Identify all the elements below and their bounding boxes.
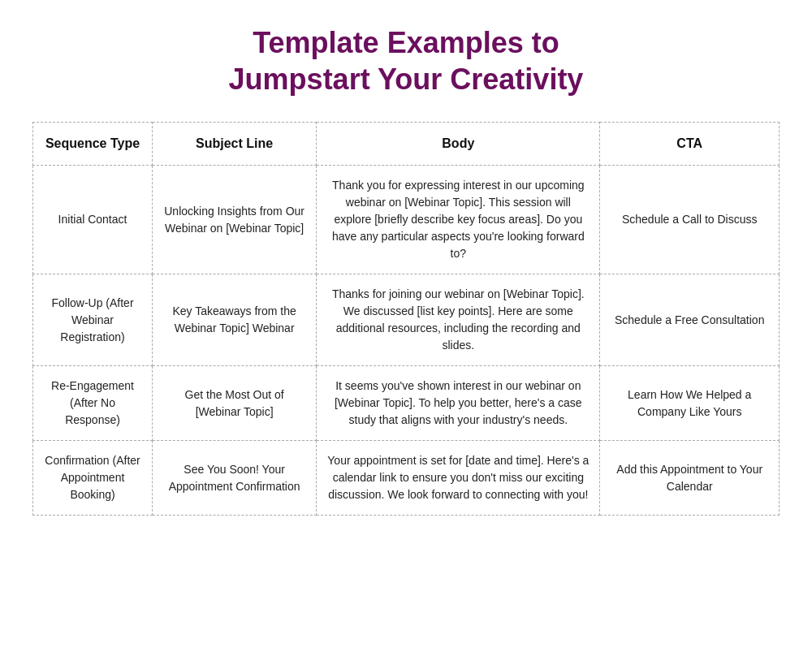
table-row: Re-Engagement (After No Response)Get the… (33, 366, 780, 441)
cell-sequence-3: Confirmation (After Appointment Booking) (33, 441, 153, 516)
cell-sequence-2: Re-Engagement (After No Response) (33, 366, 153, 441)
cell-cta-0: Schedule a Call to Discuss (600, 166, 780, 274)
cell-cta-2: Learn How We Helped a Company Like Yours (600, 366, 780, 441)
header-sequence: Sequence Type (33, 123, 153, 166)
table-row: Follow-Up (After Webinar Registration)Ke… (33, 274, 780, 366)
header-body: Body (317, 123, 600, 166)
cell-subject-1: Key Takeaways from the Webinar Topic] We… (153, 274, 317, 366)
cell-subject-3: See You Soon! Your Appointment Confirmat… (153, 441, 317, 516)
table-header-row: Sequence Type Subject Line Body CTA (33, 123, 780, 166)
cell-sequence-1: Follow-Up (After Webinar Registration) (33, 274, 153, 366)
cell-subject-0: Unlocking Insights from Our Webinar on [… (153, 166, 317, 274)
header-cta: CTA (600, 123, 780, 166)
cell-body-0: Thank you for expressing interest in our… (317, 166, 600, 274)
cell-body-3: Your appointment is set for [date and ti… (317, 441, 600, 516)
cell-subject-2: Get the Most Out of [Webinar Topic] (153, 366, 317, 441)
template-table-wrapper: Sequence Type Subject Line Body CTA Init… (32, 122, 780, 516)
cell-body-1: Thanks for joining our webinar on [Webin… (317, 274, 600, 366)
table-row: Confirmation (After Appointment Booking)… (33, 441, 780, 516)
cell-body-2: It seems you've shown interest in our we… (317, 366, 600, 441)
template-table: Sequence Type Subject Line Body CTA Init… (32, 122, 780, 516)
cell-cta-1: Schedule a Free Consultation (600, 274, 780, 366)
cell-sequence-0: Initial Contact (33, 166, 153, 274)
page-title: Template Examples to Jumpstart Your Crea… (229, 24, 584, 97)
table-row: Initial ContactUnlocking Insights from O… (33, 166, 780, 274)
cell-cta-3: Add this Appointment to Your Calendar (600, 441, 780, 516)
header-subject: Subject Line (153, 123, 317, 166)
